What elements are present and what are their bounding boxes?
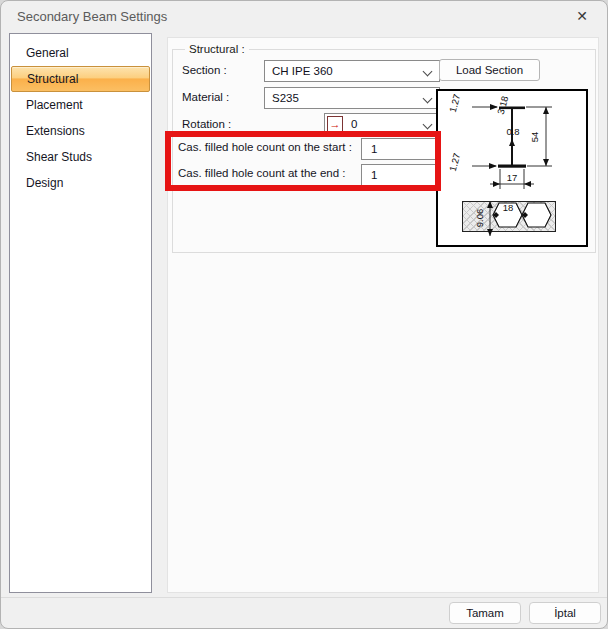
material-label: Material : <box>182 91 229 103</box>
section-preview-diagram: 54 1.27 1.27 3.18 0.8 17 <box>436 89 588 247</box>
secondary-beam-settings-dialog: Secondary Beam Settings ✕ General Struct… <box>0 0 608 629</box>
dim-web-thickness: 0.8 <box>506 126 519 137</box>
groupbox-title: Structural : <box>185 43 249 55</box>
section-label: Section : <box>182 64 227 76</box>
chevron-down-icon <box>423 120 433 130</box>
close-icon: ✕ <box>576 8 588 24</box>
ok-button[interactable]: Tamam <box>449 602 521 624</box>
sidebar-item-extensions[interactable]: Extensions <box>11 118 150 144</box>
sidebar-item-design[interactable]: Design <box>11 170 150 196</box>
bottom-flange <box>498 165 526 168</box>
sidebar-item-shear-studs[interactable]: Shear Studs <box>11 144 150 170</box>
load-section-button[interactable]: Load Section <box>439 59 540 81</box>
dim-flange-width: 17 <box>507 172 518 183</box>
footer-divider <box>1 597 607 598</box>
cancel-button[interactable]: İptal <box>529 602 601 624</box>
rotation-value: 0 <box>351 118 357 130</box>
rotation-direction-icon: → <box>327 116 343 132</box>
section-value: CH IPE 360 <box>272 65 333 77</box>
material-value: S235 <box>272 92 299 104</box>
rotation-combobox[interactable]: → 0 <box>324 113 440 135</box>
beam-section-drawing: 54 1.27 1.27 3.18 0.8 17 <box>438 91 586 245</box>
dim-radius: 3.18 <box>495 95 510 116</box>
cas-end-label: Cas. filled hole count at the end : <box>178 167 346 179</box>
sidebar-item-structural[interactable]: Structural <box>11 66 150 92</box>
dim-flange-thickness-top: 1.27 <box>447 93 462 114</box>
chevron-down-icon <box>423 94 433 104</box>
cas-end-input[interactable] <box>361 164 440 186</box>
dim-hole-spacing: 18 <box>503 202 514 213</box>
cas-start-input[interactable] <box>361 138 440 160</box>
sidebar-item-placement[interactable]: Placement <box>11 92 150 118</box>
material-combobox[interactable]: S235 <box>264 87 440 109</box>
sidebar-item-general[interactable]: General <box>11 40 150 66</box>
dim-flange-thickness-bottom: 1.27 <box>447 152 462 173</box>
section-combobox[interactable]: CH IPE 360 <box>264 60 440 82</box>
titlebar: Secondary Beam Settings ✕ <box>1 1 607 31</box>
rotation-label: Rotation : <box>182 118 231 130</box>
window-title: Secondary Beam Settings <box>17 9 167 24</box>
close-button[interactable]: ✕ <box>565 5 599 27</box>
dim-hole-height: 9.06 <box>474 209 485 228</box>
chevron-down-icon <box>423 67 433 77</box>
dim-depth: 54 <box>529 132 540 143</box>
sidebar: General Structural Placement Extensions … <box>9 33 152 593</box>
main-panel: Structural : Section : CH IPE 360 Materi… <box>167 37 599 593</box>
cas-start-label: Cas. filled hole count on the start : <box>178 141 352 153</box>
